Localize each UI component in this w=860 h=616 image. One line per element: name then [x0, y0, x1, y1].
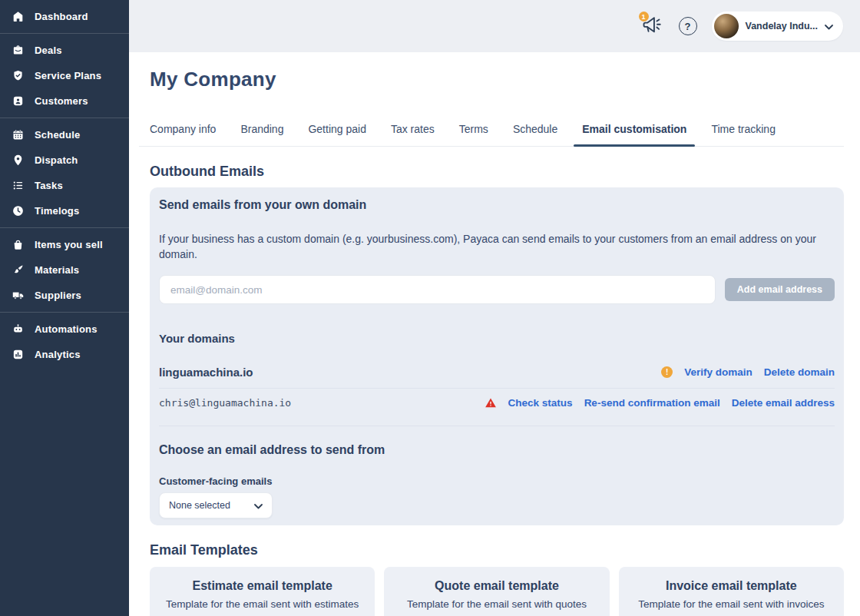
quote-template-card: Quote email template Template for the em… — [384, 567, 609, 616]
robot-icon — [12, 323, 25, 336]
email-address-input[interactable] — [159, 275, 716, 304]
sidebar-item-label: Deals — [35, 45, 62, 56]
calendar-icon — [12, 128, 25, 141]
email-address-actions: Check status Re-send confirmation email … — [485, 397, 835, 409]
divider — [159, 426, 835, 426]
sidebar-item-label: Tasks — [35, 180, 63, 191]
email-address-value: chris@linguamachina.io — [159, 397, 291, 409]
verify-domain-link[interactable]: Verify domain — [684, 366, 752, 378]
sidebar-item-label: Customers — [35, 95, 88, 107]
content-area: My Company Company info Branding Getting… — [129, 52, 860, 616]
sidebar-item-timelogs[interactable]: Timelogs — [0, 198, 129, 224]
sidebar-item-deals[interactable]: Deals — [0, 38, 129, 63]
sidebar-item-schedule[interactable]: Schedule — [0, 122, 129, 147]
template-cards-row: Estimate email template Template for the… — [150, 567, 844, 616]
domain-name: linguamachina.io — [159, 366, 253, 379]
check-status-link[interactable]: Check status — [508, 397, 573, 409]
error-triangle-icon — [485, 397, 497, 409]
tab-company-info[interactable]: Company info — [139, 111, 227, 146]
tab-branding[interactable]: Branding — [230, 111, 294, 146]
briefcase-icon — [12, 44, 25, 57]
send-emails-heading: Send emails from your own domain — [159, 198, 835, 212]
your-domains-heading: Your domains — [159, 332, 835, 345]
announcements-button[interactable]: 1 — [640, 14, 664, 38]
tab-time-tracking[interactable]: Time tracking — [700, 111, 786, 146]
customer-icon — [12, 94, 25, 108]
sidebar-item-label: Materials — [35, 264, 79, 276]
template-card-title: Quote email template — [395, 579, 598, 593]
paintbrush-icon — [12, 263, 25, 277]
delete-email-address-link[interactable]: Delete email address — [732, 397, 835, 409]
chevron-down-icon — [825, 19, 833, 33]
invoice-template-card: Invoice email template Template for the … — [619, 567, 844, 616]
template-card-title: Invoice email template — [630, 579, 833, 593]
sidebar-item-label: Dashboard — [35, 11, 88, 22]
help-button[interactable]: ? — [679, 17, 697, 35]
sidebar-item-label: Automations — [35, 323, 98, 335]
domain-row: linguamachina.io ! Verify domain Delete … — [159, 366, 835, 379]
sidebar-item-automations[interactable]: Automations — [0, 316, 129, 342]
sidebar-item-dispatch[interactable]: Dispatch — [0, 147, 129, 173]
sidebar-item-label: Suppliers — [35, 290, 81, 301]
tab-tax-rates[interactable]: Tax rates — [380, 111, 445, 146]
sidebar: Dashboard Deals Service Plans Customers … — [0, 0, 129, 616]
domain-actions: ! Verify domain Delete domain — [661, 366, 835, 378]
sidebar-item-suppliers[interactable]: Suppliers — [0, 283, 129, 308]
send-emails-description: If your business has a custom domain (e.… — [159, 231, 835, 262]
template-card-description: Template for the email sent with estimat… — [160, 598, 364, 610]
sidebar-item-label: Schedule — [35, 129, 80, 141]
divider — [0, 312, 129, 313]
tab-terms[interactable]: Terms — [448, 111, 499, 146]
customer-facing-emails-label: Customer-facing emails — [159, 475, 835, 487]
choose-email-heading: Choose an email address to send from — [159, 443, 835, 457]
truck-icon — [12, 289, 25, 302]
page-title: My Company — [150, 52, 844, 91]
dropdown-selected-value: None selected — [169, 500, 230, 511]
home-icon — [12, 10, 25, 23]
clock-icon — [12, 204, 25, 217]
tab-getting-paid[interactable]: Getting paid — [297, 111, 377, 146]
delete-domain-link[interactable]: Delete domain — [764, 366, 835, 378]
template-card-title: Estimate email template — [160, 579, 364, 593]
divider — [0, 33, 129, 34]
warning-info-icon: ! — [661, 366, 673, 378]
customer-facing-emails-dropdown[interactable]: None selected — [159, 492, 273, 518]
divider — [0, 118, 129, 118]
sidebar-item-label: Timelogs — [35, 205, 79, 217]
tab-schedule[interactable]: Schedule — [502, 111, 568, 146]
sidebar-item-label: Dispatch — [35, 154, 78, 166]
outbound-emails-card: Send emails from your own domain If your… — [150, 187, 844, 525]
add-email-address-button[interactable]: Add email address — [725, 278, 835, 301]
task-list-icon — [12, 179, 25, 192]
outbound-emails-title: Outbound Emails — [150, 164, 844, 180]
sidebar-item-label: Analytics — [35, 349, 81, 360]
add-email-row: Add email address — [159, 275, 835, 304]
settings-tabs: Company info Branding Getting paid Tax r… — [139, 111, 844, 147]
sidebar-item-label: Service Plans — [35, 70, 101, 81]
sidebar-item-service-plans[interactable]: Service Plans — [0, 63, 129, 88]
email-address-row: chris@linguamachina.io Check status Re-s… — [159, 389, 835, 416]
divider — [0, 227, 129, 228]
user-menu[interactable]: Vandelay Indu... — [712, 12, 843, 41]
resend-confirmation-link[interactable]: Re-send confirmation email — [584, 397, 720, 409]
map-pin-icon — [12, 154, 25, 167]
sidebar-item-label: Items you sell — [35, 239, 103, 250]
user-name: Vandelay Indu... — [746, 21, 818, 31]
template-card-description: Template for the email sent with invoice… — [630, 598, 833, 610]
shopping-bag-icon — [12, 238, 25, 251]
sidebar-item-analytics[interactable]: Analytics — [0, 342, 129, 367]
avatar — [714, 14, 739, 38]
bar-chart-icon — [12, 348, 25, 361]
sidebar-item-tasks[interactable]: Tasks — [0, 173, 129, 198]
sidebar-item-items-you-sell[interactable]: Items you sell — [0, 232, 129, 257]
sidebar-item-dashboard[interactable]: Dashboard — [0, 4, 129, 29]
sidebar-item-customers[interactable]: Customers — [0, 88, 129, 114]
main-area: 1 ? Vandelay Indu... My Company Company … — [129, 0, 860, 616]
template-card-description: Template for the email sent with quotes — [395, 598, 598, 610]
shield-check-icon — [12, 69, 25, 82]
estimate-template-card: Estimate email template Template for the… — [150, 567, 375, 616]
notification-badge: 1 — [639, 12, 649, 22]
sidebar-item-materials[interactable]: Materials — [0, 257, 129, 283]
email-templates-title: Email Templates — [150, 542, 844, 558]
tab-email-customisation[interactable]: Email customisation — [571, 111, 697, 146]
